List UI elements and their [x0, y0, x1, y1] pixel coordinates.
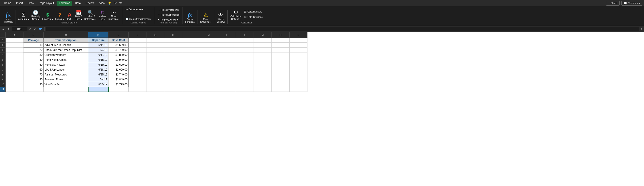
col-header-f[interactable]: F — [128, 32, 146, 38]
col-header-k[interactable]: K — [218, 32, 236, 38]
cell[interactable] — [290, 87, 308, 92]
create-from-selection-button[interactable]: 📋 Create from Selection — [124, 17, 152, 21]
cancel-icon[interactable]: ✕ — [28, 27, 32, 31]
cell[interactable]: Base Cost — [108, 38, 128, 43]
col-header-l[interactable]: L — [236, 32, 254, 38]
cell[interactable] — [218, 67, 236, 72]
cell[interactable] — [6, 77, 24, 82]
cell[interactable] — [254, 62, 272, 67]
cell[interactable] — [146, 77, 164, 82]
cell[interactable] — [236, 77, 254, 82]
cell[interactable]: Package — [24, 38, 44, 43]
cell[interactable] — [164, 43, 182, 47]
cell[interactable] — [272, 62, 290, 67]
cell[interactable] — [218, 38, 236, 43]
col-header-m[interactable]: M — [254, 32, 272, 38]
cell[interactable] — [6, 82, 24, 87]
cell[interactable] — [200, 38, 218, 43]
cell[interactable] — [128, 52, 146, 57]
cell[interactable]: 90 — [24, 82, 44, 87]
recently-used-button[interactable]: 🕐 Recently Used ▾ — [30, 7, 41, 21]
cell[interactable] — [146, 38, 164, 43]
col-header-n[interactable]: N — [272, 32, 290, 38]
trace-dependents-button[interactable]: ← Trace Dependents — [156, 12, 181, 17]
cell[interactable] — [182, 82, 200, 87]
cell[interactable] — [164, 72, 182, 77]
cell[interactable] — [128, 82, 146, 87]
cell[interactable]: 6/4/19 — [88, 47, 108, 52]
cell[interactable] — [218, 43, 236, 47]
cell[interactable] — [128, 62, 146, 67]
cell[interactable] — [182, 87, 200, 92]
cell[interactable]: 6/4/19 — [88, 77, 108, 82]
cell[interactable] — [290, 67, 308, 72]
cell[interactable] — [146, 72, 164, 77]
cell[interactable] — [200, 72, 218, 77]
menu-item-formulas[interactable]: Formulas — [56, 1, 72, 5]
cell[interactable] — [146, 82, 164, 87]
cell[interactable] — [272, 82, 290, 87]
cell[interactable] — [200, 87, 218, 92]
more-functions-button[interactable]: ⋯ More Functions ▾ — [107, 7, 120, 21]
cell[interactable] — [182, 43, 200, 47]
cell[interactable]: 6/11/19 — [88, 52, 108, 57]
cell[interactable] — [6, 52, 24, 57]
cell[interactable] — [146, 87, 164, 92]
cell[interactable] — [128, 77, 146, 82]
cell[interactable] — [272, 57, 290, 62]
cell[interactable] — [236, 82, 254, 87]
cell[interactable] — [6, 72, 24, 77]
cell[interactable] — [254, 87, 272, 92]
cell[interactable]: $1,899.00 — [108, 52, 128, 57]
cell[interactable]: 60 — [24, 67, 44, 72]
menu-item-data[interactable]: Data — [73, 1, 83, 5]
cell[interactable] — [272, 43, 290, 47]
watch-window-button[interactable]: 👁 Watch Window — [216, 10, 226, 24]
cell[interactable] — [6, 43, 24, 47]
logical-button[interactable]: ? Logical ▾ — [54, 7, 65, 21]
cell[interactable]: Live it Up London — [44, 67, 88, 72]
col-header-g[interactable]: G — [146, 32, 164, 38]
cell[interactable] — [200, 77, 218, 82]
cell[interactable] — [164, 57, 182, 62]
cell[interactable] — [200, 82, 218, 87]
row-header-2[interactable]: 2 — [0, 43, 6, 47]
cell[interactable] — [218, 47, 236, 52]
cell[interactable] — [182, 67, 200, 72]
row-header-11[interactable]: 11 — [0, 87, 6, 92]
cell[interactable] — [272, 67, 290, 72]
col-header-a[interactable]: A — [6, 32, 24, 38]
cell[interactable] — [108, 87, 128, 92]
row-header-10[interactable]: 10 — [0, 82, 6, 87]
menu-item-view[interactable]: View — [97, 1, 107, 5]
cell[interactable] — [182, 47, 200, 52]
cell[interactable]: Honolulu, Hawaii — [44, 62, 88, 67]
cell[interactable] — [254, 52, 272, 57]
insert-function-button[interactable]: fx Insert Function — [3, 10, 14, 24]
cell[interactable]: Adventures in Canada — [44, 43, 88, 47]
cell[interactable] — [218, 57, 236, 62]
col-header-d[interactable]: D — [88, 32, 108, 38]
cell[interactable] — [128, 87, 146, 92]
cell[interactable] — [146, 43, 164, 47]
cell[interactable] — [146, 47, 164, 52]
calculate-now-button[interactable]: ⊞ Calculate Now — [243, 9, 264, 14]
text-button[interactable]: A Text ▾ — [65, 7, 74, 21]
share-button[interactable]: ↑ Share — [606, 1, 620, 5]
cell[interactable] — [290, 77, 308, 82]
cell[interactable]: 20 — [24, 47, 44, 52]
cell[interactable]: 10 — [24, 43, 44, 47]
define-name-button[interactable]: 🏷 Define Name ▾ — [124, 7, 152, 11]
error-checking-button[interactable]: ⚠ Error Checking ▾ — [199, 10, 212, 24]
cell[interactable] — [24, 87, 44, 92]
cell[interactable] — [182, 72, 200, 77]
cell[interactable]: Check Out the Czech Republic! — [44, 47, 88, 52]
menu-item-draw[interactable]: Draw — [26, 1, 36, 5]
cell[interactable]: $1,949.00 — [108, 57, 128, 62]
cell[interactable] — [200, 67, 218, 72]
cell[interactable] — [182, 38, 200, 43]
cell[interactable] — [272, 87, 290, 92]
cell[interactable] — [164, 87, 182, 92]
menu-item-home[interactable]: Home — [2, 1, 14, 5]
cell[interactable]: $1,799.00 — [108, 47, 128, 52]
